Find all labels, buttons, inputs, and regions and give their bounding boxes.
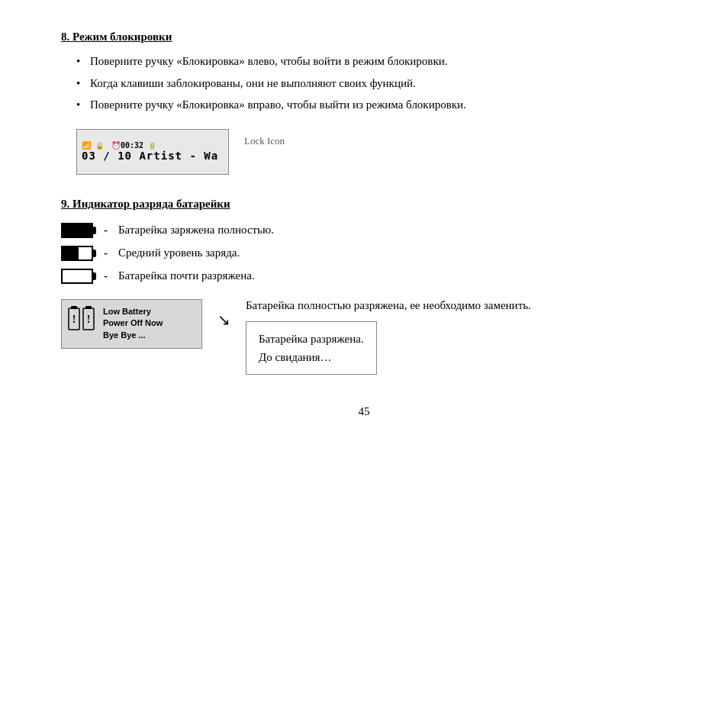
battery-dash-2: - — [104, 246, 108, 259]
section-8-title: 8. Режим блокировки — [61, 31, 667, 43]
page-number: 45 — [61, 405, 667, 418]
low-battery-screen: ! ! Low Battery Power Off Now Bye Bye ..… — [61, 299, 202, 349]
section-8-bullets: Поверните ручку «Блокировка» влево, чтоб… — [61, 53, 667, 114]
svg-text:!: ! — [87, 314, 91, 325]
section-9: 9. Индикатор разряда батарейки - Батарей… — [61, 198, 667, 375]
battery-fill-full — [63, 224, 92, 237]
section-8: 8. Режим блокировки Поверните ручку «Бло… — [61, 31, 667, 175]
low-battery-line3: Bye Bye ... — [103, 330, 163, 341]
low-battery-main-text: Батарейка полностью разряжена, ее необхо… — [246, 299, 667, 312]
device-batteries-svg: ! ! — [68, 302, 97, 342]
signal-icon: 📶 — [82, 141, 91, 150]
battery-label-low: Батарейка почти разряжена. — [118, 269, 255, 282]
translation-line1: Батарейка разряжена. — [259, 330, 364, 348]
battery-icon-full — [61, 223, 93, 238]
battery-fill-mid — [63, 247, 79, 259]
svg-rect-1 — [71, 306, 77, 309]
translation-line2: До свидания… — [259, 348, 364, 366]
svg-rect-4 — [85, 306, 92, 309]
lock-screen-top-bar: 📶 🔒 ⏰00:32 🔋 — [82, 141, 156, 150]
battery-row-mid: - Средний уровень заряда. — [61, 246, 667, 261]
battery-row-low: - Батарейка почти разряжена. — [61, 269, 667, 284]
battery-levels-list: - Батарейка заряжена полностью. - Средни… — [61, 223, 667, 284]
battery-icon-small: 🔋 — [148, 142, 156, 150]
low-battery-line2: Power Off Now — [103, 317, 163, 329]
translation-box: Батарейка разряжена. До свидания… — [246, 321, 377, 375]
lock-screen-container: 📶 🔒 ⏰00:32 🔋 03 / 10 Artist - Wa Lock Ic… — [76, 129, 667, 175]
lock-icon-label: Lock Icon — [244, 129, 285, 147]
bullet-2: Когда клавиши заблокированы, они не выпо… — [76, 75, 667, 92]
bullet-1: Поверните ручку «Блокировка» влево, чтоб… — [76, 53, 667, 70]
time-display: ⏰00:32 — [111, 141, 143, 150]
arrow-right-icon: ↘ — [217, 299, 230, 329]
battery-icon-mid — [61, 246, 93, 261]
section-9-title: 9. Индикатор разряда батарейки — [61, 198, 667, 211]
device-battery-icon: ! ! — [68, 302, 97, 346]
low-battery-section: ! ! Low Battery Power Off Now Bye Bye ..… — [61, 299, 667, 375]
bullet-3: Поверните ручку «Блокировка» вправо, что… — [76, 96, 667, 114]
lock-screen-track-info: 03 / 10 Artist - Wa — [82, 150, 218, 162]
low-battery-screen-text: Low Battery Power Off Now Bye Bye ... — [103, 306, 163, 341]
battery-row-full: - Батарейка заряжена полностью. — [61, 223, 667, 238]
svg-text:!: ! — [72, 314, 76, 325]
lock-icon-small: 🔒 — [95, 142, 104, 150]
lock-screen-image: 📶 🔒 ⏰00:32 🔋 03 / 10 Artist - Wa — [76, 129, 229, 175]
battery-dash-3: - — [104, 269, 108, 282]
low-battery-line1: Low Battery — [103, 306, 163, 317]
battery-icon-low — [61, 269, 93, 284]
battery-dash-1: - — [104, 224, 108, 237]
battery-label-full: Батарейка заряжена полностью. — [118, 224, 274, 237]
battery-label-mid: Средний уровень заряда. — [118, 246, 240, 259]
low-battery-description: Батарейка полностью разряжена, ее необхо… — [246, 299, 667, 375]
